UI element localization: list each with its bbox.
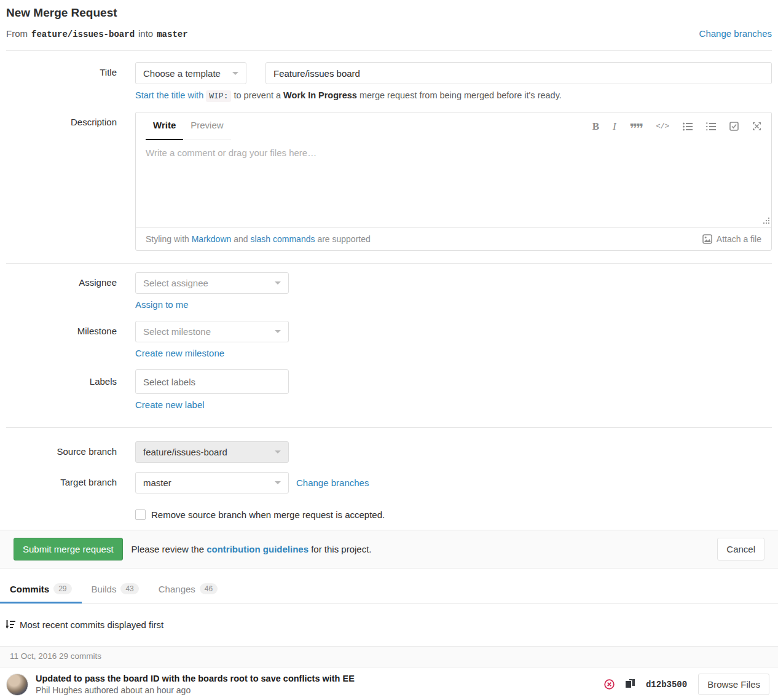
assignee-select[interactable]: Select assignee [135, 272, 289, 294]
chevron-down-icon [275, 330, 281, 333]
tab-builds-count: 43 [120, 583, 138, 594]
section-divider [6, 263, 772, 264]
numbered-list-icon[interactable] [706, 122, 716, 131]
description-row: Description Write Preview B I ❞❞ </> [6, 112, 772, 251]
source-branch-row: Source branch feature/issues-board [6, 441, 772, 463]
form-actions-bar: Submit merge request Please review the c… [0, 530, 778, 568]
ci-status-failed-icon[interactable] [604, 679, 615, 690]
target-branch-select[interactable]: master [135, 472, 289, 494]
remove-source-branch-checkbox[interactable] [135, 509, 146, 520]
wip-hint-bold: Work In Progress [283, 90, 357, 100]
chevron-down-icon [275, 481, 281, 484]
description-textarea[interactable] [136, 140, 771, 227]
tab-write[interactable]: Write [146, 112, 183, 140]
create-label-link[interactable]: Create new label [135, 399, 205, 410]
tab-commits[interactable]: Commits 29 [0, 575, 82, 603]
markdown-link[interactable]: Markdown [192, 234, 232, 244]
task-list-icon[interactable] [729, 122, 739, 131]
branch-summary-line: From feature/issues-board into master Ch… [6, 28, 772, 51]
source-branch-label: Source branch [6, 441, 117, 463]
tab-commits-count: 29 [53, 583, 71, 594]
attach-file-label: Attach a file [717, 234, 761, 244]
source-branch-name: feature/issues-board [31, 29, 135, 39]
review-note: Please review the contribution guideline… [132, 544, 372, 554]
title-row: Title Choose a template Start the title … [6, 62, 772, 101]
quote-icon[interactable]: ❞❞ [630, 120, 643, 132]
assign-to-me-link[interactable]: Assign to me [135, 299, 189, 310]
tab-commits-label: Commits [10, 584, 49, 594]
fullscreen-icon[interactable] [752, 122, 761, 131]
source-branch-select[interactable]: feature/issues-board [135, 441, 289, 463]
title-input[interactable] [265, 62, 772, 84]
image-icon [702, 234, 712, 244]
tab-changes-count: 46 [200, 583, 218, 594]
code-icon[interactable]: </> [656, 123, 669, 130]
section-divider [6, 427, 772, 428]
template-dropdown[interactable]: Choose a template [135, 62, 246, 84]
avatar[interactable] [6, 674, 28, 696]
tab-builds[interactable]: Builds 43 [82, 575, 149, 603]
from-label: From [6, 28, 28, 39]
milestone-label: Milestone [6, 321, 117, 358]
labels-label: Labels [6, 369, 117, 410]
browse-files-button[interactable]: Browse Files [698, 674, 769, 695]
change-branches-link-bottom[interactable]: Change branches [296, 478, 369, 488]
markdown-editor: Write Preview B I ❞❞ </> [135, 112, 772, 251]
assignee-row: Assignee Select assignee Assign to me Mi… [6, 272, 772, 410]
labels-row: Labels Create new label [135, 369, 772, 410]
bullet-list-icon[interactable] [683, 122, 693, 131]
change-branches-link[interactable]: Change branches [699, 28, 772, 39]
commits-sort-note-text: Most recent commits displayed first [20, 619, 163, 630]
italic-icon[interactable]: I [613, 121, 616, 132]
tab-changes[interactable]: Changes 46 [149, 575, 227, 603]
styling-note-suffix: are supported [317, 234, 370, 244]
wip-code: WIP: [206, 90, 231, 102]
wip-hint: Start the title with WIP: to prevent a W… [135, 90, 772, 101]
styling-note-and: and [234, 234, 248, 244]
target-branch-label: Target branch [6, 472, 117, 530]
bold-icon[interactable]: B [592, 121, 599, 132]
commit-day-header: 11 Oct, 2016 29 commits [0, 646, 778, 667]
commit-sha[interactable]: d12b3500 [646, 680, 687, 690]
editor-tabs: Write Preview [146, 112, 231, 140]
commit-row: Updated to pass the board ID with the bo… [0, 667, 778, 700]
milestone-row: Milestone Select milestone Create new mi… [135, 321, 772, 358]
editor-toolbar: B I ❞❞ </> [592, 120, 761, 132]
chevron-down-icon [232, 72, 238, 75]
commit-meta: Phil Hughes authored about an hour ago [36, 685, 604, 695]
into-label: into [138, 28, 153, 39]
slash-commands-link[interactable]: slash commands [250, 234, 315, 244]
cancel-button[interactable]: Cancel [717, 538, 764, 560]
wip-hint-link[interactable]: Start the title with [135, 90, 203, 100]
commit-title-link[interactable]: Updated to pass the board ID with the bo… [36, 674, 604, 683]
page-title: New Merge Request [6, 6, 772, 20]
styling-note-prefix: Styling with [146, 234, 189, 244]
resize-handle[interactable] [763, 216, 769, 226]
description-label: Description [6, 112, 117, 251]
submit-merge-request-button[interactable]: Submit merge request [14, 538, 123, 560]
labels-input[interactable] [135, 369, 289, 394]
milestone-select[interactable]: Select milestone [135, 321, 289, 342]
attach-file-button[interactable]: Attach a file [702, 234, 761, 244]
wip-hint-rest: merge request from being merged before i… [360, 90, 562, 100]
review-note-suffix: for this project. [311, 544, 371, 554]
copy-sha-icon[interactable] [626, 679, 635, 690]
commits-sort-note: Most recent commits displayed first [6, 619, 772, 646]
assignee-select-placeholder: Select assignee [143, 278, 275, 288]
contribution-guidelines-link[interactable]: contribution guidelines [206, 544, 308, 554]
wip-hint-mid: to prevent a [234, 90, 281, 100]
remove-source-branch-label: Remove source branch when merge request … [151, 509, 385, 520]
chevron-down-icon [275, 450, 281, 454]
template-dropdown-value: Choose a template [143, 68, 232, 79]
chevron-down-icon [275, 281, 281, 285]
tab-changes-label: Changes [159, 584, 195, 594]
sort-descending-icon [6, 620, 15, 629]
tab-preview[interactable]: Preview [183, 112, 230, 140]
source-branch-value: feature/issues-board [143, 447, 275, 457]
target-branch-value: master [143, 478, 275, 488]
target-branch-row: Target branch master Change branches Rem… [6, 472, 772, 530]
merge-request-header: New Merge Request From feature/issues-bo… [0, 0, 778, 51]
milestone-select-placeholder: Select milestone [143, 326, 275, 337]
create-milestone-link[interactable]: Create new milestone [135, 348, 224, 358]
review-note-prefix: Please review the [132, 544, 204, 554]
